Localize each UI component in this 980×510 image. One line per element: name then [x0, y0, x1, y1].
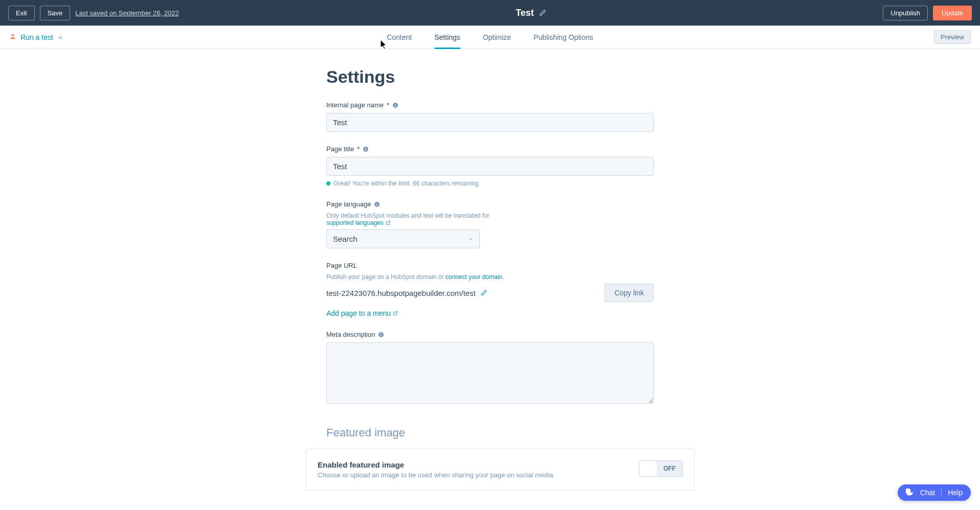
page-title-hint: Great! You're within the limit. 66 chara…	[333, 180, 479, 187]
tab-content[interactable]: Content	[387, 26, 412, 49]
svg-text:i: i	[381, 333, 382, 336]
info-icon[interactable]: i	[374, 201, 380, 207]
toggle-label: OFF	[657, 461, 682, 476]
required-marker: *	[387, 101, 389, 109]
save-button[interactable]: Save	[40, 6, 71, 20]
page-url-help-pre: Publish your page on a HubSpot domain or	[326, 273, 446, 281]
add-page-menu-link[interactable]: Add page to a menu	[326, 309, 398, 317]
contact-icon	[9, 33, 16, 42]
page-url-label: Page URL	[326, 262, 357, 269]
chat-icon	[906, 489, 914, 497]
svg-text:i: i	[377, 202, 378, 206]
svg-rect-1	[58, 36, 62, 39]
featured-title: Enabled featured image	[318, 460, 553, 469]
internal-name-label: Internal page name	[326, 101, 384, 109]
settings-content: Settings Internal page name * i Page tit…	[296, 49, 684, 510]
featured-image-heading: Featured image	[326, 426, 654, 439]
info-icon[interactable]: i	[363, 146, 369, 152]
page-language-label: Page language	[326, 200, 371, 208]
last-saved-link[interactable]: Last saved on September 26, 2022	[75, 9, 179, 17]
featured-image-card: Enabled featured image Choose or upload …	[306, 449, 695, 491]
svg-text:i: i	[365, 147, 366, 151]
pencil-icon[interactable]	[539, 9, 546, 16]
featured-subtitle: Choose or upload an image to be used whe…	[318, 471, 553, 479]
connect-domain-link[interactable]: connect your domain	[446, 273, 502, 281]
tab-publishing-options[interactable]: Publishing Options	[533, 26, 593, 49]
lock-icon	[57, 33, 63, 42]
update-button[interactable]: Update	[933, 6, 972, 20]
supported-languages-link[interactable]: supported languages	[326, 219, 391, 226]
svg-point-0	[12, 34, 14, 36]
svg-text:i: i	[395, 103, 396, 107]
info-icon[interactable]: i	[378, 332, 384, 338]
caret-down-icon	[468, 235, 473, 243]
chat-label: Chat	[920, 489, 936, 497]
page-name: Test	[516, 8, 534, 18]
subnav: Run a test Content Settings Optimize Pub…	[0, 26, 980, 49]
tab-settings[interactable]: Settings	[434, 26, 460, 49]
topbar: Exit Save Last saved on September 26, 20…	[0, 0, 980, 26]
page-language-select[interactable]: Search	[326, 229, 480, 248]
help-label: Help	[948, 489, 963, 497]
page-heading: Settings	[326, 67, 654, 87]
meta-description-textarea[interactable]	[326, 342, 654, 404]
copy-link-button[interactable]: Copy link	[605, 284, 654, 302]
select-placeholder: Search	[333, 235, 358, 243]
separator	[941, 489, 942, 497]
run-test-link[interactable]: Run a test	[20, 33, 53, 41]
unpublish-button[interactable]: Unpublish	[883, 6, 928, 20]
chat-help-widget[interactable]: Chat Help	[898, 484, 971, 501]
page-title-input[interactable]	[326, 157, 654, 176]
page-url-text: test-22423076.hubspotpagebuilder.com/tes…	[326, 289, 476, 297]
featured-image-toggle[interactable]: OFF	[639, 460, 683, 477]
page-url-help-post: .	[502, 273, 504, 281]
meta-label: Meta description	[326, 331, 375, 338]
page-url-group: Page URL Publish your page on a HubSpot …	[326, 262, 654, 317]
page-language-group: Page language i Only default HubSpot mod…	[326, 200, 654, 248]
exit-button[interactable]: Exit	[8, 6, 35, 20]
page-title-label: Page title	[326, 145, 354, 153]
required-marker: *	[357, 145, 360, 153]
tabs: Content Settings Optimize Publishing Opt…	[387, 26, 593, 49]
tab-optimize[interactable]: Optimize	[483, 26, 511, 49]
preview-button[interactable]: Preview	[934, 30, 971, 44]
page-language-help: Only default HubSpot modules and text wi…	[326, 212, 489, 219]
toggle-track	[639, 461, 657, 476]
internal-name-input[interactable]	[326, 113, 654, 132]
page-title-group: Page title * i Great! You're within the …	[326, 145, 654, 187]
info-icon[interactable]: i	[392, 102, 398, 108]
pencil-icon[interactable]	[481, 289, 487, 297]
meta-description-group: Meta description i	[326, 331, 654, 406]
internal-name-group: Internal page name * i	[326, 101, 654, 132]
status-dot-icon	[326, 181, 330, 186]
